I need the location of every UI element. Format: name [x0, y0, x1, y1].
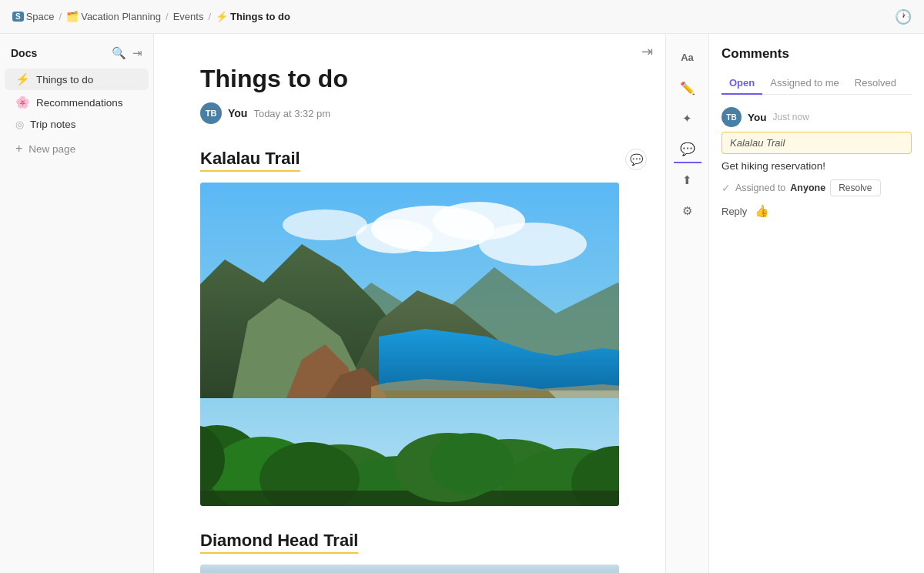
- comment-assigned-row: ✓ Assigned to Anyone Resolve: [721, 179, 912, 196]
- svg-point-5: [283, 209, 367, 240]
- comment-header: TB You Just now: [721, 107, 912, 127]
- like-button[interactable]: 👍: [755, 204, 769, 218]
- assigned-to-label: Assigned to: [735, 183, 785, 193]
- content-toolbar-icon[interactable]: ⇥: [641, 43, 653, 60]
- kalalau-section: Kalalau Trail 💬: [200, 149, 619, 506]
- page-meta: TB You Today at 3:32 pm: [200, 102, 619, 124]
- search-icon[interactable]: 🔍: [112, 46, 126, 60]
- kalalau-heading: Kalalau Trail: [200, 149, 300, 172]
- trip-notes-icon: ◎: [15, 119, 24, 130]
- sidebar-item-trip-notes[interactable]: ◎ Trip notes: [5, 115, 149, 134]
- breadcrumb-sep-3: /: [208, 11, 211, 22]
- topbar-right: 🕐: [895, 8, 912, 25]
- breadcrumb-vacation[interactable]: 🗂️ Vacation Planning: [66, 11, 161, 22]
- kalalau-trail-image: [200, 183, 619, 506]
- sidebar-item-recommendations[interactable]: 🌸 Recommendations: [5, 92, 149, 113]
- svg-point-25: [429, 433, 514, 494]
- reply-button[interactable]: Reply: [721, 206, 747, 217]
- breadcrumb-things-to-do[interactable]: ⚡ Things to do: [216, 11, 290, 22]
- comment-time: Just now: [773, 112, 809, 122]
- diamond-head-heading: Diamond Head Trail: [200, 531, 358, 554]
- comment-body-text: Get hiking reservation!: [721, 160, 912, 172]
- page-timestamp: Today at 3:32 pm: [253, 108, 330, 119]
- author-name: You: [228, 107, 247, 119]
- diamond-head-image: [200, 565, 619, 573]
- sidebar: Docs 🔍 ⇥ ⚡ Things to do 🌸 Recommendation…: [0, 34, 154, 573]
- text-style-icon[interactable]: Aa: [674, 43, 701, 71]
- recommendations-icon: 🌸: [15, 96, 30, 109]
- breadcrumb: S Space / 🗂️ Vacation Planning / Events …: [12, 11, 290, 22]
- ai-icon[interactable]: ✦: [674, 105, 701, 132]
- breadcrumb-space[interactable]: S Space: [12, 11, 55, 22]
- assigned-to-name[interactable]: Anyone: [790, 183, 825, 193]
- comment-bubble-button[interactable]: 💬: [625, 149, 647, 170]
- diamond-head-section: Diamond Head Trail: [200, 531, 619, 573]
- comment-icon[interactable]: 💬: [674, 136, 701, 163]
- comments-tabs: Open Assigned to me Resolved: [721, 72, 912, 95]
- sidebar-header-icons: 🔍 ⇥: [112, 46, 142, 60]
- svg-rect-23: [200, 491, 619, 506]
- toolbar: Aa ✏️ ✦ 💬 ⬆ ⚙: [665, 34, 708, 573]
- author-avatar: TB: [200, 102, 222, 124]
- sidebar-item-things-to-do[interactable]: ⚡ Things to do: [5, 69, 149, 90]
- things-to-do-icon: ⚡: [15, 72, 30, 86]
- svg-point-4: [479, 223, 587, 266]
- breadcrumb-sep-2: /: [166, 11, 169, 22]
- resolve-button[interactable]: Resolve: [830, 179, 880, 196]
- comment-author-name: You: [748, 112, 767, 123]
- comment-actions: Reply 👍: [721, 204, 912, 218]
- tab-assigned-to-me[interactable]: Assigned to me: [762, 72, 847, 95]
- new-page-button[interactable]: + New page: [5, 138, 149, 159]
- svg-point-3: [356, 219, 433, 253]
- breadcrumb-events[interactable]: Events: [173, 11, 204, 22]
- share-icon[interactable]: ⬆: [674, 166, 701, 194]
- tab-open[interactable]: Open: [721, 72, 762, 95]
- comment-avatar: TB: [721, 107, 742, 127]
- main-content: ⇥ Things to do TB You Today at 3:32 pm K…: [154, 34, 665, 573]
- tab-resolved[interactable]: Resolved: [847, 72, 904, 95]
- sidebar-header: Docs 🔍 ⇥: [0, 43, 153, 68]
- comment-highlight-text: Kalalau Trail: [721, 132, 912, 154]
- comments-panel-title: Comments: [721, 46, 912, 62]
- breadcrumb-sep-1: /: [59, 11, 62, 22]
- topbar: S Space / 🗂️ Vacation Planning / Events …: [0, 0, 924, 34]
- comments-panel: Comments Open Assigned to me Resolved TB…: [708, 34, 924, 573]
- add-icon: +: [15, 142, 22, 156]
- history-icon[interactable]: 🕐: [895, 8, 912, 25]
- comment-card: TB You Just now Kalalau Trail Get hiking…: [721, 107, 912, 218]
- sidebar-title: Docs: [11, 47, 37, 59]
- settings-icon[interactable]: ⚙: [674, 197, 701, 225]
- edit-icon[interactable]: ✏️: [674, 74, 701, 102]
- page-title: Things to do: [200, 65, 619, 93]
- assigned-check-icon: ✓: [721, 182, 731, 194]
- collapse-icon[interactable]: ⇥: [132, 46, 142, 60]
